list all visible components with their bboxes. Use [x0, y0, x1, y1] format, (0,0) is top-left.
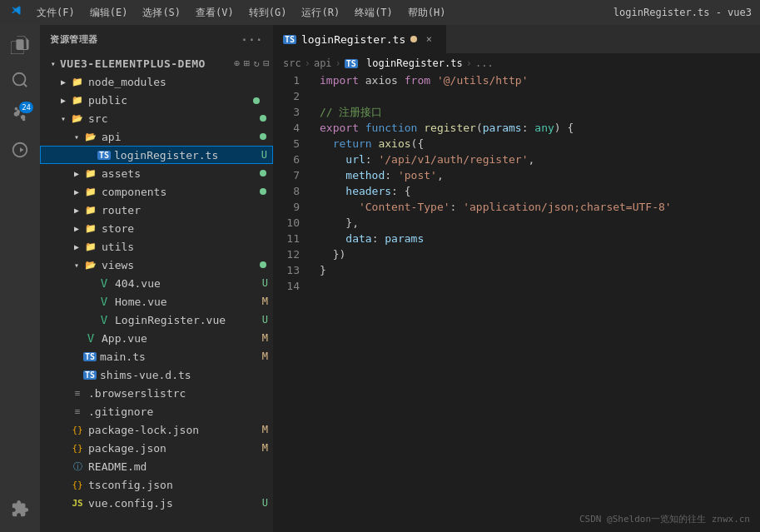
- code-line-4: export function register(params: any) {: [320, 120, 760, 136]
- tree-router[interactable]: ▶ 📁 router: [40, 201, 273, 219]
- folder-icon: 📁: [83, 168, 98, 179]
- vueconfigjs-badge: U: [262, 497, 268, 509]
- tree-shimsvue[interactable]: TS shims-vue.d.ts: [40, 365, 273, 384]
- homevue-badge: M: [262, 296, 268, 307]
- views-arrow: ▾: [70, 261, 83, 270]
- tree-public[interactable]: ▶ 📁 public: [40, 91, 273, 109]
- title-bar: 文件(F) 编辑(E) 选择(S) 查看(V) 转到(G) 运行(R) 终端(T…: [0, 0, 760, 25]
- menu-bar[interactable]: 文件(F) 编辑(E) 选择(S) 查看(V) 转到(G) 运行(R) 终端(T…: [30, 4, 453, 22]
- code-line-7: method: 'post',: [320, 167, 760, 183]
- json-file-icon: {}: [70, 480, 85, 490]
- new-file-icon[interactable]: ⊕: [234, 57, 241, 69]
- gitignore-label: .gitignore: [88, 405, 273, 418]
- store-label: store: [102, 222, 273, 235]
- tree-components[interactable]: ▶ 📁 components: [40, 182, 273, 201]
- tree-tsconfigjson[interactable]: {} tsconfig.json: [40, 475, 273, 494]
- folder-icon: 📁: [83, 223, 98, 234]
- tree-appvue[interactable]: V App.vue M: [40, 329, 273, 347]
- activity-bar: 24: [0, 25, 40, 532]
- breadcrumb-api[interactable]: api: [314, 57, 332, 69]
- shimsvue-label: shims-vue.d.ts: [100, 369, 273, 381]
- folder-open-icon: 📂: [70, 113, 85, 124]
- project-root[interactable]: ▾ VUE3-ELEMENTPLUS-DEMO ⊕ ⊞ ↻ ⊟: [40, 54, 273, 72]
- breadcrumb-dots: ...: [475, 57, 494, 69]
- project-name: VUE3-ELEMENTPLUS-DEMO: [60, 57, 234, 70]
- assets-arrow: ▶: [70, 169, 83, 178]
- tree-api[interactable]: ▾ 📂 api: [40, 127, 273, 146]
- tree-views[interactable]: ▾ 📂 views: [40, 256, 273, 274]
- menu-view[interactable]: 查看(V): [189, 4, 241, 22]
- new-folder-icon[interactable]: ⊞: [244, 57, 251, 69]
- tree-src[interactable]: ▾ 📂 src: [40, 109, 273, 127]
- tree-vueconfigjs[interactable]: JS vue.config.js U: [40, 494, 273, 512]
- sidebar-header: 资源管理器 ···: [40, 25, 273, 54]
- tree-utils[interactable]: ▶ 📁 utils: [40, 237, 273, 256]
- tree-gitignore[interactable]: ≡ .gitignore: [40, 402, 273, 420]
- api-arrow: ▾: [70, 132, 83, 142]
- sidebar-header-icons[interactable]: ···: [241, 33, 263, 47]
- loginregister-label: loginRegister.ts: [114, 149, 261, 162]
- tree-readmemd[interactable]: ⓘ README.md: [40, 457, 273, 475]
- menu-terminal[interactable]: 终端(T): [348, 4, 400, 22]
- code-line-12: }): [320, 246, 760, 262]
- activity-search[interactable]: [3, 63, 37, 97]
- breadcrumb-file: TS loginRegister.ts: [345, 57, 463, 69]
- code-area[interactable]: import axios from '@/utils/http' // 注册接口…: [313, 72, 760, 532]
- appvue-label: App.vue: [102, 332, 262, 345]
- vue-file-icon: V: [83, 331, 98, 345]
- file-tree[interactable]: ▾ VUE3-ELEMENTPLUS-DEMO ⊕ ⊞ ↻ ⊟ ▶ 📁 node…: [40, 54, 273, 532]
- activity-files[interactable]: [3, 28, 37, 62]
- code-line-2: [320, 88, 760, 104]
- router-label: router: [102, 204, 273, 216]
- code-line-1: import axios from '@/utils/http': [320, 72, 760, 88]
- loginregistervue-label: LoginRegister.vue: [115, 314, 262, 326]
- root-arrow: ▾: [47, 59, 60, 68]
- ts-file-icon: TS: [97, 151, 111, 160]
- activity-source-control[interactable]: 24: [3, 98, 37, 132]
- menu-run[interactable]: 运行(R): [295, 4, 346, 22]
- packagejson-badge: M: [262, 442, 268, 454]
- tree-homevue[interactable]: V Home.vue M: [40, 292, 273, 311]
- node-modules-label: node_modules: [88, 76, 273, 88]
- collapse-icon[interactable]: ⊟: [263, 57, 270, 69]
- tree-404vue[interactable]: V 404.vue U: [40, 274, 273, 292]
- tab-loginregister[interactable]: TS loginRegister.ts ×: [273, 25, 446, 53]
- tree-loginregistervue[interactable]: V LoginRegister.vue U: [40, 311, 273, 329]
- menu-select[interactable]: 选择(S): [136, 4, 187, 22]
- folder-icon: 📁: [70, 95, 85, 106]
- menu-goto[interactable]: 转到(G): [242, 4, 294, 22]
- tree-loginregister[interactable]: TS loginRegister.ts U: [40, 146, 273, 164]
- menu-help[interactable]: 帮助(H): [401, 4, 453, 22]
- breadcrumb-sep3: ›: [466, 57, 472, 69]
- activity-run[interactable]: [3, 133, 37, 167]
- refresh-icon[interactable]: ↻: [254, 57, 261, 69]
- tab-bar: TS loginRegister.ts ×: [273, 25, 760, 54]
- tab-close-button[interactable]: ×: [422, 32, 435, 46]
- 404vue-label: 404.vue: [115, 277, 262, 290]
- api-label: api: [102, 131, 260, 143]
- public-arrow: ▶: [57, 96, 70, 105]
- code-line-6: url: '/api/v1/auth/register',: [320, 152, 760, 167]
- tree-browserslistrc[interactable]: ≡ .browserslistrc: [40, 384, 273, 402]
- tab-ts-icon: TS: [283, 35, 296, 44]
- sidebar-menu-icon[interactable]: ···: [241, 33, 263, 47]
- code-line-13: }: [320, 262, 760, 278]
- tree-packagelockjson[interactable]: {} package-lock.json M: [40, 420, 273, 439]
- config-file-icon: ≡: [70, 388, 85, 399]
- menu-file[interactable]: 文件(F): [30, 4, 82, 22]
- 404vue-badge: U: [262, 277, 268, 289]
- editor-content[interactable]: 1 2 3 4 5 6 7 8 9 10 11 12 13 14 import …: [273, 72, 760, 532]
- tree-packagejson[interactable]: {} package.json M: [40, 439, 273, 457]
- router-arrow: ▶: [70, 206, 83, 215]
- activity-extensions[interactable]: [3, 492, 37, 525]
- tree-store[interactable]: ▶ 📁 store: [40, 219, 273, 237]
- line-numbers: 1 2 3 4 5 6 7 8 9 10 11 12 13 14: [273, 72, 313, 532]
- src-label: src: [88, 112, 260, 125]
- breadcrumb-src[interactable]: src: [283, 57, 301, 69]
- code-line-3: // 注册接口: [320, 104, 760, 120]
- tree-node-modules[interactable]: ▶ 📁 node_modules: [40, 72, 273, 91]
- menu-edit[interactable]: 编辑(E): [83, 4, 135, 22]
- tree-assets[interactable]: ▶ 📁 assets: [40, 164, 273, 182]
- tree-maints[interactable]: TS main.ts M: [40, 347, 273, 365]
- src-arrow: ▾: [57, 114, 70, 123]
